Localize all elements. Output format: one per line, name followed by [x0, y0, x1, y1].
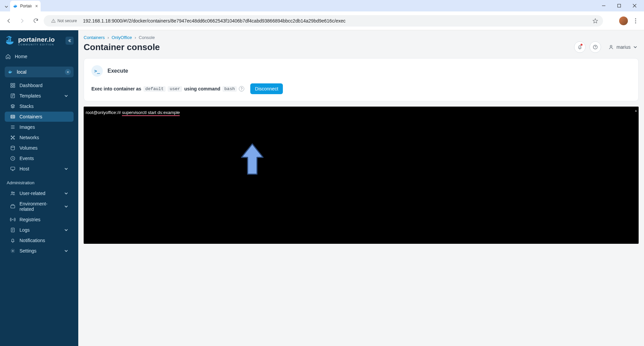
users-icon [10, 191, 15, 196]
svg-rect-12 [13, 86, 15, 87]
svg-rect-16 [13, 116, 14, 117]
sidebar-item-registries[interactable]: Registries [5, 215, 74, 225]
profile-avatar[interactable] [619, 16, 628, 25]
sidebar-item-settings[interactable]: Settings [5, 246, 74, 256]
execute-header: >_ Execute [91, 65, 631, 77]
svg-point-21 [14, 136, 15, 137]
nav-forward-icon[interactable] [17, 15, 28, 26]
sidebar-item-label: User-related [19, 191, 45, 196]
terminal-command: supervisorctl start ds:example [122, 110, 180, 116]
disconnect-button[interactable]: Disconnect [250, 83, 283, 94]
environment-pill[interactable]: local × [5, 67, 74, 77]
sidebar-item-images[interactable]: Images [5, 122, 74, 132]
url-text: 192.168.1.18:9000/#!/2/docker/containers… [83, 18, 346, 24]
sidebar-item-stacks[interactable]: Stacks [5, 101, 74, 111]
sidebar-home-label: Home [15, 54, 27, 59]
svg-point-35 [595, 48, 595, 48]
svg-point-22 [11, 139, 12, 140]
tab-close-icon[interactable]: × [35, 3, 38, 9]
browser-toolbar: Not secure 192.168.1.18:9000/#!/2/docker… [0, 11, 644, 30]
terminal[interactable]: root@onlyoffice:/# supervisorctl start d… [84, 107, 639, 244]
app-root: portainer.io COMMUNITY EDITION Home loca… [0, 30, 644, 346]
svg-point-23 [14, 139, 15, 140]
sidebar-item-dashboard[interactable]: Dashboard [5, 80, 74, 90]
sidebar-item-templates[interactable]: Templates [5, 91, 74, 101]
main-content: Containers › OnlyOffice › Console Contai… [78, 30, 644, 346]
chevron-down-icon [64, 228, 68, 232]
address-bar[interactable]: Not secure 192.168.1.18:9000/#!/2/docker… [44, 15, 603, 27]
tab-title: Portaiı [20, 4, 32, 8]
sidebar-item-label: Registries [19, 217, 40, 222]
sidebar-item-label: Host [19, 166, 29, 171]
environment-close-icon[interactable]: × [65, 69, 71, 75]
containers-icon [10, 114, 15, 119]
window-minimize[interactable] [599, 1, 608, 10]
sidebar-item-label: Networks [19, 135, 39, 140]
window-maximize[interactable] [614, 1, 624, 10]
logo-row: portainer.io COMMUNITY EDITION [0, 34, 78, 50]
execute-card: >_ Execute Exec into container as defaul… [84, 58, 639, 101]
sidebar-item-networks[interactable]: Networks [5, 132, 74, 143]
user-menu[interactable]: marius [605, 42, 639, 52]
sidebar-item-user-related[interactable]: User-related [5, 188, 74, 198]
page-title: Container console [84, 42, 160, 52]
sidebar-item-host[interactable]: Host [5, 164, 74, 174]
user-icon [608, 44, 614, 50]
sidebar-collapse-button[interactable] [66, 37, 74, 45]
breadcrumb-containers[interactable]: Containers [84, 35, 105, 40]
chevron-left-icon [68, 39, 72, 43]
sidebar-home[interactable]: Home [0, 50, 78, 63]
nav-reload-icon[interactable] [30, 15, 41, 26]
sidebar-item-label: Events [19, 156, 34, 161]
svg-point-6 [635, 18, 636, 19]
tab-favicon-icon [13, 3, 18, 9]
help-button[interactable] [590, 41, 601, 53]
svg-point-29 [13, 192, 14, 193]
svg-point-7 [635, 20, 636, 21]
tab-strip: Portaiı × [0, 0, 644, 11]
svg-rect-9 [11, 83, 12, 85]
sidebar-item-label: Logs [19, 227, 30, 233]
sidebar-item-volumes[interactable]: Volumes [5, 143, 74, 153]
terminal-icon: >_ [91, 65, 103, 77]
images-icon [10, 124, 15, 130]
browser-tab[interactable]: Portaiı × [10, 1, 41, 11]
exec-description: Exec into container as default user usin… [91, 83, 631, 94]
browser-menu-icon[interactable] [631, 16, 641, 26]
help-tooltip-icon[interactable]: ? [239, 86, 244, 91]
docker-icon [8, 69, 13, 75]
breadcrumb-sep-icon: › [108, 35, 109, 40]
help-icon [593, 44, 598, 50]
sidebar-item-logs[interactable]: Logs [5, 225, 74, 235]
sidebar-item-label: Containers [19, 114, 42, 119]
notification-dot-icon [581, 44, 583, 46]
exec-user-default: default [143, 86, 166, 92]
header-actions: marius [574, 41, 639, 53]
environment-label: local [17, 69, 27, 75]
breadcrumb-onlyoffice[interactable]: OnlyOffice [112, 35, 132, 40]
portainer-logo-icon [5, 36, 15, 46]
sidebar-item-environment-related[interactable]: Environment-related [5, 199, 74, 214]
svg-point-5 [53, 22, 53, 22]
terminal-scrollbar-up-icon[interactable]: ▲ [634, 108, 638, 113]
admin-section-label: Administration [0, 174, 78, 188]
nav-back-icon[interactable] [3, 15, 14, 26]
user-name: marius [616, 44, 631, 50]
radio-icon [10, 217, 15, 222]
sidebar: portainer.io COMMUNITY EDITION Home loca… [0, 30, 78, 346]
sidebar-item-containers[interactable]: Containers [5, 112, 74, 122]
home-icon [5, 54, 11, 59]
sidebar-item-events[interactable]: Events [5, 153, 74, 163]
chevron-down-icon [633, 45, 637, 49]
sidebar-item-notifications[interactable]: Notifications [5, 235, 74, 245]
bookmark-star-icon[interactable] [592, 18, 598, 24]
tab-list-dropdown[interactable] [3, 2, 10, 11]
exec-mid: using command [184, 86, 220, 91]
not-secure-badge[interactable]: Not secure [48, 18, 80, 24]
notifications-button[interactable] [574, 41, 586, 53]
svg-point-36 [610, 45, 612, 47]
svg-rect-15 [11, 116, 12, 117]
sidebar-item-label: Dashboard [19, 83, 43, 88]
window-close[interactable] [630, 1, 639, 10]
sidebar-item-label: Templates [19, 93, 41, 99]
